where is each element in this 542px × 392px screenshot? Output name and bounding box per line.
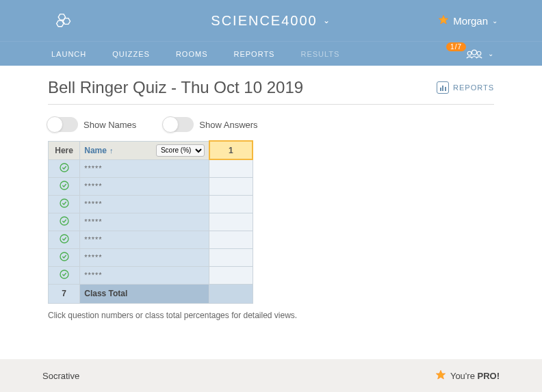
name-cell[interactable]: ***** xyxy=(80,231,209,248)
name-cell[interactable]: ***** xyxy=(80,248,209,266)
students-icon[interactable] xyxy=(465,47,484,61)
present-cell xyxy=(49,248,80,266)
results-table: Here Name ↑ Score (%) 1 ****************… xyxy=(48,140,253,304)
table-footer-row: 7 Class Total xyxy=(49,284,253,303)
col-name[interactable]: Name ↑ Score (%) xyxy=(80,141,209,159)
table-row: ***** xyxy=(49,266,253,284)
show-names-toggle[interactable] xyxy=(48,117,78,132)
show-answers-label: Show Answers xyxy=(199,120,257,130)
svg-point-11 xyxy=(60,235,68,243)
present-cell xyxy=(49,159,80,177)
footer-q1[interactable] xyxy=(209,284,253,303)
nav-launch[interactable]: LAUNCH xyxy=(51,50,86,58)
svg-point-13 xyxy=(60,270,68,278)
main-content: Bell Ringer Quiz - Thu Oct 10 2019 REPOR… xyxy=(0,66,542,327)
footer-label: Class Total xyxy=(80,284,209,303)
chevron-down-icon: ⌄ xyxy=(488,50,494,57)
present-cell xyxy=(49,266,80,284)
footer-count: 7 xyxy=(49,284,80,303)
footer-pro-text: You're PRO! xyxy=(450,371,500,381)
table-row: ***** xyxy=(49,213,253,231)
star-icon xyxy=(438,14,449,27)
sort-arrow-icon: ↑ xyxy=(109,146,114,155)
footer-pro: You're PRO! xyxy=(435,369,500,382)
check-circle-icon xyxy=(59,237,70,246)
table-row: ***** xyxy=(49,159,253,177)
col-question-1[interactable]: 1 xyxy=(209,141,253,159)
present-cell xyxy=(49,177,80,195)
nav-rooms[interactable]: ROOMS xyxy=(176,50,208,58)
page-footer: Socrative You're PRO! xyxy=(0,359,542,392)
check-circle-icon xyxy=(59,272,70,282)
check-circle-icon xyxy=(59,219,70,228)
svg-point-12 xyxy=(60,252,68,261)
toggle-row: Show Names Show Answers xyxy=(48,105,494,140)
svg-point-9 xyxy=(60,199,68,207)
col-here: Here xyxy=(49,141,80,159)
present-cell xyxy=(49,195,80,213)
chevron-down-icon: ⌄ xyxy=(323,16,331,25)
answer-cell[interactable] xyxy=(209,213,253,231)
reports-button[interactable]: REPORTS xyxy=(437,81,494,94)
show-names-toggle-group: Show Names xyxy=(48,117,136,132)
answer-cell[interactable] xyxy=(209,159,253,177)
results-tbody: *********************************** xyxy=(49,159,253,284)
table-row: ***** xyxy=(49,231,253,248)
check-circle-icon xyxy=(59,254,70,264)
show-names-label: Show Names xyxy=(83,120,136,130)
name-cell[interactable]: ***** xyxy=(80,159,209,177)
score-select[interactable]: Score (%) xyxy=(156,144,205,157)
answer-cell[interactable] xyxy=(209,248,253,266)
name-cell[interactable]: ***** xyxy=(80,177,209,195)
app-header: SCIENCE4000 ⌄ Morgan ⌄ LAUNCH QUIZZES RO… xyxy=(0,0,542,66)
svg-marker-14 xyxy=(436,370,445,379)
svg-marker-2 xyxy=(57,21,64,27)
check-circle-icon xyxy=(59,201,70,211)
reports-button-label: REPORTS xyxy=(453,83,494,92)
svg-point-10 xyxy=(60,217,68,225)
svg-point-7 xyxy=(60,164,68,172)
nav-quizzes[interactable]: QUIZZES xyxy=(112,50,150,58)
answer-cell[interactable] xyxy=(209,195,253,213)
name-cell[interactable]: ***** xyxy=(80,195,209,213)
answer-cell[interactable] xyxy=(209,266,253,284)
svg-point-5 xyxy=(472,50,477,55)
chevron-down-icon: ⌄ xyxy=(492,17,498,25)
check-circle-icon xyxy=(59,166,70,175)
svg-marker-3 xyxy=(439,15,448,24)
hint-text: Click question numbers or class total pe… xyxy=(48,311,494,320)
nav-reports[interactable]: REPORTS xyxy=(233,50,274,58)
logo-icon[interactable] xyxy=(55,12,73,33)
table-row: ***** xyxy=(49,177,253,195)
svg-point-4 xyxy=(467,51,472,55)
table-row: ***** xyxy=(49,195,253,213)
table-row: ***** xyxy=(49,248,253,266)
answer-cell[interactable] xyxy=(209,231,253,248)
name-header-text: Name xyxy=(84,146,107,155)
nav-right: 1/7 ⌄ xyxy=(441,47,494,61)
page-title: Bell Ringer Quiz - Thu Oct 10 2019 xyxy=(48,78,303,97)
name-cell[interactable]: ***** xyxy=(80,213,209,231)
svg-marker-1 xyxy=(63,18,70,25)
svg-point-6 xyxy=(477,51,481,55)
students-badge: 1/7 xyxy=(446,42,466,51)
present-cell xyxy=(49,231,80,248)
star-icon xyxy=(435,369,446,382)
title-row: Bell Ringer Quiz - Thu Oct 10 2019 REPOR… xyxy=(48,78,494,105)
room-selector[interactable]: SCIENCE4000 ⌄ xyxy=(211,13,331,29)
answer-cell[interactable] xyxy=(209,177,253,195)
main-nav: LAUNCH QUIZZES ROOMS REPORTS RESULTS 1/7… xyxy=(0,41,542,66)
check-circle-icon xyxy=(59,183,70,193)
show-answers-toggle-group: Show Answers xyxy=(164,117,257,132)
room-name-text: SCIENCE4000 xyxy=(211,13,317,29)
bar-chart-icon xyxy=(437,81,449,94)
user-name: Morgan xyxy=(453,15,488,27)
header-top: SCIENCE4000 ⌄ Morgan ⌄ xyxy=(0,0,542,41)
present-cell xyxy=(49,213,80,231)
footer-brand: Socrative xyxy=(42,371,79,381)
user-menu[interactable]: Morgan ⌄ xyxy=(438,14,498,27)
svg-point-8 xyxy=(60,181,68,190)
name-cell[interactable]: ***** xyxy=(80,266,209,284)
show-answers-toggle[interactable] xyxy=(164,117,194,132)
nav-results[interactable]: RESULTS xyxy=(300,50,339,58)
